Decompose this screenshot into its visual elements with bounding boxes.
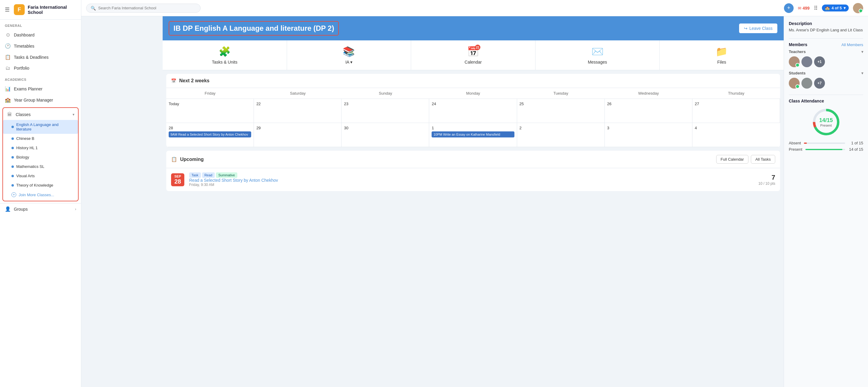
absent-row: Absent 1 of 15: [789, 141, 863, 145]
upcoming-item: SEP 28 Task Read Summative Read a Select…: [166, 168, 780, 191]
general-section-label: General: [0, 20, 81, 29]
calendar-section: 📅 Next 2 weeks Friday Saturday Sunday Mo…: [166, 74, 780, 147]
classes-header[interactable]: 🏛 Classes ▾: [3, 109, 78, 120]
upcoming-item-tags: Task Read Summative: [189, 172, 753, 178]
cal-cell-30: 30: [342, 123, 429, 147]
attendance-section: Class Attendance 14/15 Present: [789, 98, 863, 152]
quick-link-label: Messages: [588, 60, 607, 64]
sidebar-item-biology[interactable]: Biology: [3, 152, 78, 162]
cal-cell-26: 26: [605, 99, 692, 123]
sidebar-item-english[interactable]: English A Language and literature: [3, 120, 78, 134]
cal-cell-4: 4: [692, 123, 780, 147]
plus-icon: +: [11, 192, 16, 197]
quick-link-label: Files: [717, 60, 726, 64]
cal-cell-28: 28 9AM Read a Selected Short Story by An…: [166, 123, 254, 147]
absent-label: Absent: [789, 141, 801, 145]
sidebar-item-visual-arts[interactable]: Visual Arts: [3, 171, 78, 181]
classes-arrow-icon: ▾: [72, 112, 74, 117]
description-text: Ms. Arese's DP English Lang and Lit Clas…: [789, 28, 863, 32]
dot-icon: [11, 184, 14, 186]
pts-value: 7: [758, 174, 775, 181]
sidebar-item-chinese[interactable]: Chinese B: [3, 134, 78, 143]
add-button[interactable]: +: [784, 3, 794, 13]
search-bar[interactable]: 🔍: [86, 4, 200, 13]
cal-cell-29: 29: [254, 123, 342, 147]
cal-day-thursday: Thursday: [692, 88, 780, 99]
upcoming-actions: Full Calendar All Tasks: [716, 155, 775, 163]
all-tasks-button[interactable]: All Tasks: [751, 155, 775, 163]
student-avatar-1: [789, 78, 800, 89]
search-icon: 🔍: [91, 6, 96, 10]
upcoming-item-pts: 7 10 / 10 pts: [758, 174, 775, 186]
cal-cell-24: 24: [429, 99, 517, 123]
dot-icon: [11, 126, 14, 128]
cal-cell-22: 22: [254, 99, 342, 123]
calendar-grid: Friday Saturday Sunday Monday Tuesday We…: [166, 88, 780, 147]
cal-day-monday: Monday: [429, 88, 517, 99]
quick-link-files[interactable]: 📁 Files: [659, 40, 784, 70]
sidebar-item-portfolio[interactable]: 🗂 Portfolio: [0, 63, 81, 73]
absent-value: 1 of 15: [848, 141, 863, 145]
hamburger-icon[interactable]: ☰: [5, 6, 10, 13]
members-header: Members All Members: [789, 42, 863, 47]
mail-button[interactable]: ✉ 499: [798, 6, 810, 10]
page-title-box: IB DP English A Language and literature …: [169, 21, 339, 36]
cal-event-mansfield[interactable]: 10PM Write an Essay on Katharine Mansfie…: [432, 131, 514, 138]
quick-link-label: Calendar: [465, 60, 482, 64]
students-subtitle: Students ▾: [789, 71, 863, 76]
sidebar-item-dashboard[interactable]: ⊙ Dashboard: [0, 29, 81, 40]
present-row: Present 14 of 15: [789, 147, 863, 152]
all-members-link[interactable]: All Members: [841, 42, 863, 47]
sidebar: ☰ F Faria International School General ⊙…: [0, 0, 81, 387]
badge-chevron-icon: ▾: [844, 6, 846, 10]
search-input[interactable]: [98, 6, 196, 10]
sidebar-item-tok[interactable]: Theory of Knowledge: [3, 181, 78, 190]
upcoming-date-badge: SEP 28: [171, 173, 184, 186]
mail-count: 499: [803, 6, 810, 10]
present-label: Present: [819, 124, 833, 127]
present-value: 14 of 15: [848, 147, 863, 152]
calendar-section-icon: 📅: [171, 78, 176, 83]
donut-chart: 14/15 Present: [811, 107, 841, 137]
cal-cell-3: 3: [605, 123, 692, 147]
school-badge[interactable]: 🏫 4 of 5 ▾: [822, 4, 849, 11]
sidebar-item-mathematics[interactable]: Mathematics SL: [3, 162, 78, 171]
leave-class-button[interactable]: ↪ Leave Class: [739, 23, 778, 33]
quick-link-tasks-units[interactable]: 🧩 Tasks & Units: [163, 40, 287, 70]
divider2: [789, 95, 863, 95]
files-icon: 📁: [716, 46, 727, 57]
sidebar-item-timetables[interactable]: 🕐 Timetables: [0, 40, 81, 52]
cal-day-friday: Friday: [166, 88, 254, 99]
upcoming-title: 📋 Upcoming: [171, 156, 204, 162]
join-more-button[interactable]: + Join More Classes...: [3, 190, 78, 200]
sidebar-item-year-group-manager[interactable]: 🏫 Year Group Manager: [0, 94, 81, 106]
sidebar-item-exams-planner[interactable]: 📊 Exams Planner: [0, 83, 81, 94]
right-panel: Description Ms. Arese's DP English Lang …: [784, 16, 868, 387]
quick-link-label: Tasks & Units: [212, 60, 237, 64]
quick-link-ia[interactable]: 📚 IA ▾: [287, 40, 411, 70]
students-arrow-icon[interactable]: ▾: [861, 71, 863, 76]
cal-cell-2: 2: [517, 123, 605, 147]
teacher-avatar-1: [789, 56, 800, 67]
sidebar-item-history[interactable]: History HL 1: [3, 143, 78, 152]
cal-event-chekhov[interactable]: 9AM Read a Selected Short Story by Anton…: [169, 131, 251, 138]
present-bar-wrap: [805, 149, 845, 150]
teachers-arrow-icon[interactable]: ▾: [861, 50, 863, 54]
cal-day-wednesday: Wednesday: [605, 88, 692, 99]
upcoming-item-title[interactable]: Read a Selected Short Story by Anton Che…: [189, 178, 753, 183]
academics-section-label: Academics: [0, 73, 81, 83]
portfolio-icon: 🗂: [5, 65, 11, 71]
quick-link-calendar[interactable]: 📅 21 Calendar: [411, 40, 535, 70]
sidebar-item-tasks-deadlines[interactable]: 📋 Tasks & Deadlines: [0, 52, 81, 63]
user-avatar[interactable]: [853, 3, 863, 13]
exams-icon: 📊: [5, 86, 11, 92]
page-title: IB DP English A Language and literature …: [174, 24, 334, 33]
grid-icon[interactable]: ⠿: [814, 5, 818, 11]
school-badge-text: 4 of 5: [832, 6, 842, 10]
cal-cell-23: 23: [342, 99, 429, 123]
cal-day-saturday: Saturday: [254, 88, 342, 99]
full-calendar-button[interactable]: Full Calendar: [716, 155, 748, 163]
pts-sub: 10 / 10 pts: [758, 181, 775, 186]
quick-link-messages[interactable]: ✉️ Messages: [535, 40, 660, 70]
sidebar-item-groups[interactable]: 👤 Groups ›: [0, 203, 81, 215]
